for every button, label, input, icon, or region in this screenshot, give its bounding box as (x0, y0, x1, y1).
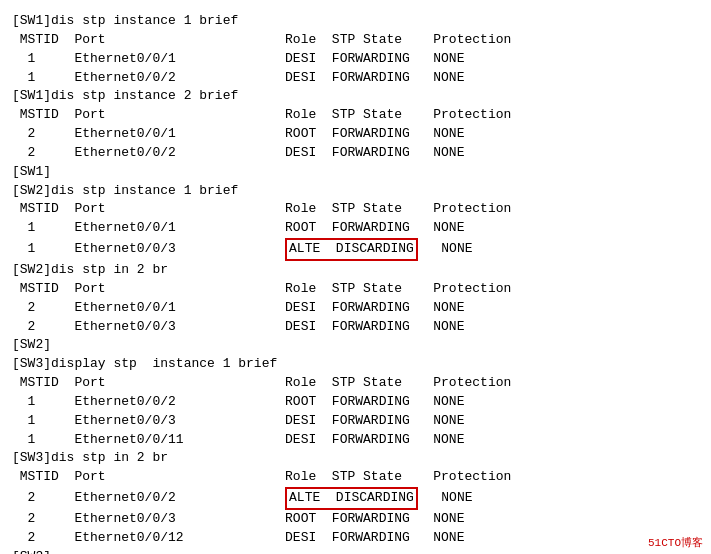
terminal-line: 2 Ethernet0/0/1 DESI FORWARDING NONE (12, 299, 699, 318)
terminal-line: MSTID Port Role STP State Protection (12, 374, 699, 393)
line-content: 2 Ethernet0/0/12 DESI FORWARDING NONE (12, 529, 464, 548)
line-content: 1 Ethernet0/0/2 ROOT FORWARDING NONE (12, 393, 464, 412)
terminal-line: [SW1]dis stp instance 2 brief (12, 87, 699, 106)
terminal-line: [SW2] (12, 336, 699, 355)
line-content: [SW2]dis stp in 2 br (12, 261, 168, 280)
terminal-output: [SW1]dis stp instance 1 brief MSTID Port… (8, 8, 703, 554)
terminal-line: 2 Ethernet0/0/3 DESI FORWARDING NONE (12, 318, 699, 337)
line-content: [SW3]display stp instance 1 brief (12, 355, 277, 374)
line-before: 1 Ethernet0/0/3 (12, 240, 285, 259)
line-content: 1 Ethernet0/0/1 ROOT FORWARDING NONE (12, 219, 464, 238)
line-content: 2 Ethernet0/0/1 DESI FORWARDING NONE (12, 299, 464, 318)
terminal-line: 1 Ethernet0/0/11 DESI FORWARDING NONE (12, 431, 699, 450)
terminal-line: MSTID Port Role STP State Protection (12, 106, 699, 125)
terminal-line: [SW2]dis stp instance 1 brief (12, 182, 699, 201)
terminal-line: MSTID Port Role STP State Protection (12, 200, 699, 219)
watermark: 51CTO博客 (648, 535, 703, 550)
line-after: NONE (418, 489, 473, 508)
line-content: 1 Ethernet0/0/11 DESI FORWARDING NONE (12, 431, 464, 450)
line-after: NONE (418, 240, 473, 259)
terminal-line: [SW3]display stp instance 1 brief (12, 355, 699, 374)
terminal-line: [SW3]dis stp in 2 br (12, 449, 699, 468)
line-content: 1 Ethernet0/0/3 DESI FORWARDING NONE (12, 412, 464, 431)
line-content: [SW1]dis stp instance 1 brief (12, 12, 238, 31)
terminal-line: [SW2]dis stp in 2 br (12, 261, 699, 280)
terminal-line: [SW1] (12, 163, 699, 182)
highlighted-text: ALTE DISCARDING (285, 487, 418, 510)
line-content: 2 Ethernet0/0/3 ROOT FORWARDING NONE (12, 510, 464, 529)
line-content: 2 Ethernet0/0/2 DESI FORWARDING NONE (12, 144, 464, 163)
line-content: [SW1] (12, 163, 51, 182)
terminal-line: 2 Ethernet0/0/3 ROOT FORWARDING NONE (12, 510, 699, 529)
line-content: [SW1]dis stp instance 2 brief (12, 87, 238, 106)
terminal-line: 2 Ethernet0/0/12 DESI FORWARDING NONE (12, 529, 699, 548)
terminal-line: 2 Ethernet0/0/1 ROOT FORWARDING NONE (12, 125, 699, 144)
terminal-line: 1 Ethernet0/0/1 ROOT FORWARDING NONE (12, 219, 699, 238)
terminal-line: 2 Ethernet0/0/2 ALTE DISCARDING NONE (12, 487, 699, 510)
line-content: MSTID Port Role STP State Protection (12, 280, 511, 299)
line-content: MSTID Port Role STP State Protection (12, 200, 511, 219)
terminal-line: 1 Ethernet0/0/2 DESI FORWARDING NONE (12, 69, 699, 88)
terminal-line: [SW3] (12, 548, 699, 554)
line-content: MSTID Port Role STP State Protection (12, 374, 511, 393)
line-content: [SW2]dis stp instance 1 brief (12, 182, 238, 201)
line-content: [SW3] (12, 548, 51, 554)
terminal-line: MSTID Port Role STP State Protection (12, 31, 699, 50)
terminal-line: 1 Ethernet0/0/2 ROOT FORWARDING NONE (12, 393, 699, 412)
line-content: 1 Ethernet0/0/1 DESI FORWARDING NONE (12, 50, 464, 69)
line-content: [SW3]dis stp in 2 br (12, 449, 168, 468)
line-content: [SW2] (12, 336, 51, 355)
line-content: MSTID Port Role STP State Protection (12, 468, 511, 487)
line-content: MSTID Port Role STP State Protection (12, 106, 511, 125)
terminal-line: MSTID Port Role STP State Protection (12, 280, 699, 299)
line-before: 2 Ethernet0/0/2 (12, 489, 285, 508)
highlighted-text: ALTE DISCARDING (285, 238, 418, 261)
line-content: 2 Ethernet0/0/3 DESI FORWARDING NONE (12, 318, 464, 337)
terminal-line: 1 Ethernet0/0/3 DESI FORWARDING NONE (12, 412, 699, 431)
line-content: 2 Ethernet0/0/1 ROOT FORWARDING NONE (12, 125, 464, 144)
terminal-line: 1 Ethernet0/0/3 ALTE DISCARDING NONE (12, 238, 699, 261)
line-content: MSTID Port Role STP State Protection (12, 31, 511, 50)
line-content: 1 Ethernet0/0/2 DESI FORWARDING NONE (12, 69, 464, 88)
terminal-line: 2 Ethernet0/0/2 DESI FORWARDING NONE (12, 144, 699, 163)
terminal-line: [SW1]dis stp instance 1 brief (12, 12, 699, 31)
terminal-line: 1 Ethernet0/0/1 DESI FORWARDING NONE (12, 50, 699, 69)
terminal-line: MSTID Port Role STP State Protection (12, 468, 699, 487)
